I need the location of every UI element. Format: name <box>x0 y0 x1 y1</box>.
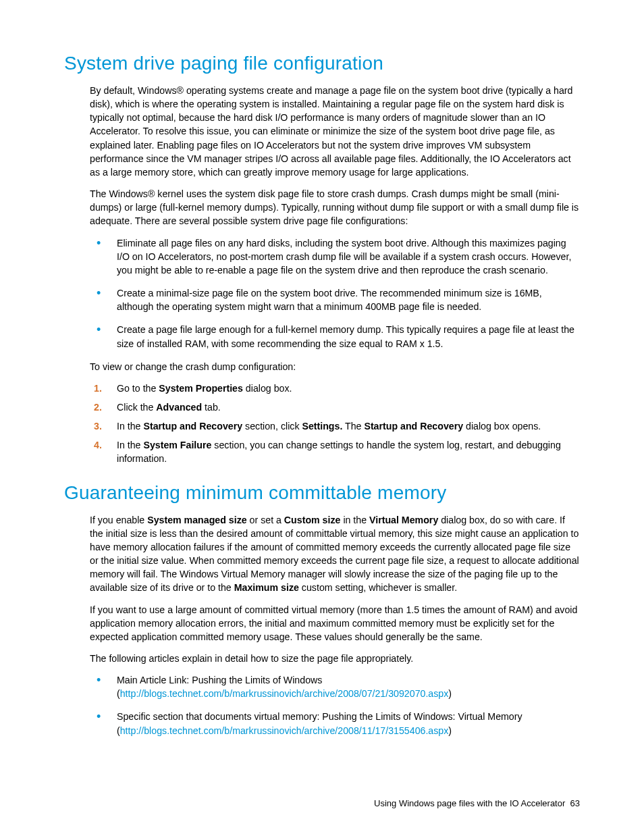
text: section, click <box>242 421 302 432</box>
text: dialog box. <box>243 383 292 394</box>
paragraph: If you want to use a large amount of com… <box>90 603 580 644</box>
text: dialog box opens. <box>463 421 541 432</box>
paragraph: To view or change the crash dump configu… <box>90 360 580 373</box>
text: Click the <box>117 402 156 413</box>
bold-text: System Failure <box>143 440 211 450</box>
list-item: Click the Advanced tab. <box>90 400 580 414</box>
paragraph: If you enable System managed size or set… <box>90 513 580 595</box>
bold-text: Maximum size <box>234 582 299 593</box>
text: In the <box>117 421 143 432</box>
text: ) <box>448 725 452 736</box>
section2-heading: Guaranteeing minimum committable memory <box>64 482 580 504</box>
hyperlink[interactable]: http://blogs.technet.com/b/markrussinovi… <box>120 725 449 736</box>
list-item: In the System Failure section, you can c… <box>90 438 580 465</box>
paragraph: By default, Windows® operating systems c… <box>90 84 580 179</box>
list-item: In the Startup and Recovery section, cli… <box>90 419 580 433</box>
text: In the <box>117 440 143 450</box>
list-item: Go to the System Properties dialog box. <box>90 382 580 395</box>
bullet-list: Main Article Link: Pushing the Limits of… <box>90 673 580 737</box>
bullet-list: Eliminate all page files on any hard dis… <box>90 236 580 350</box>
bold-text: Virtual Memory <box>369 515 438 525</box>
text: tab. <box>202 402 221 413</box>
text: If you enable <box>90 515 147 525</box>
hyperlink[interactable]: http://blogs.technet.com/b/markrussinovi… <box>120 688 449 699</box>
bold-text: Settings. <box>302 421 342 432</box>
text: or set a <box>247 515 284 525</box>
bold-text: Startup and Recovery <box>364 421 463 432</box>
paragraph: The Windows® kernel uses the system disk… <box>90 187 580 228</box>
text: Go to the <box>117 383 159 394</box>
list-item: Eliminate all page files on any hard dis… <box>90 236 580 277</box>
text: custom setting, whichever is smaller. <box>299 582 457 593</box>
list-item: Create a page file large enough for a fu… <box>90 323 580 350</box>
ordered-steps: Go to the System Properties dialog box. … <box>90 382 580 466</box>
list-item: Create a minimal-size page file on the s… <box>90 286 580 313</box>
bold-text: System Properties <box>159 383 243 394</box>
bold-text: System managed size <box>147 515 246 525</box>
footer-text: Using Windows page files with the IO Acc… <box>374 798 565 808</box>
text: ) <box>448 688 452 699</box>
page-footer: Using Windows page files with the IO Acc… <box>374 798 580 808</box>
bold-text: Advanced <box>156 402 202 413</box>
bold-text: Custom size <box>284 515 341 525</box>
list-item: Main Article Link: Pushing the Limits of… <box>90 673 580 700</box>
text: dialog box, do so with care. If the init… <box>90 515 579 594</box>
section1-heading: System drive paging file configuration <box>64 53 580 74</box>
text: in the <box>340 515 369 525</box>
bold-text: Startup and Recovery <box>143 421 242 432</box>
document-page: System drive paging file configuration B… <box>0 0 644 834</box>
paragraph: The following articles explain in detail… <box>90 652 580 665</box>
text: The <box>342 421 364 432</box>
list-item: Specific section that documents virtual … <box>90 710 580 737</box>
page-number: 63 <box>570 798 580 808</box>
